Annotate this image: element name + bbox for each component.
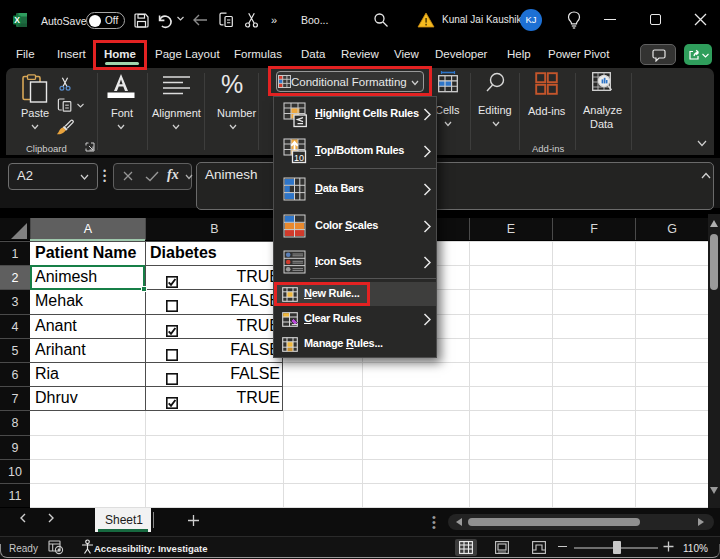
svg-text:X: X	[14, 15, 20, 25]
svg-text:10: 10	[294, 153, 304, 163]
